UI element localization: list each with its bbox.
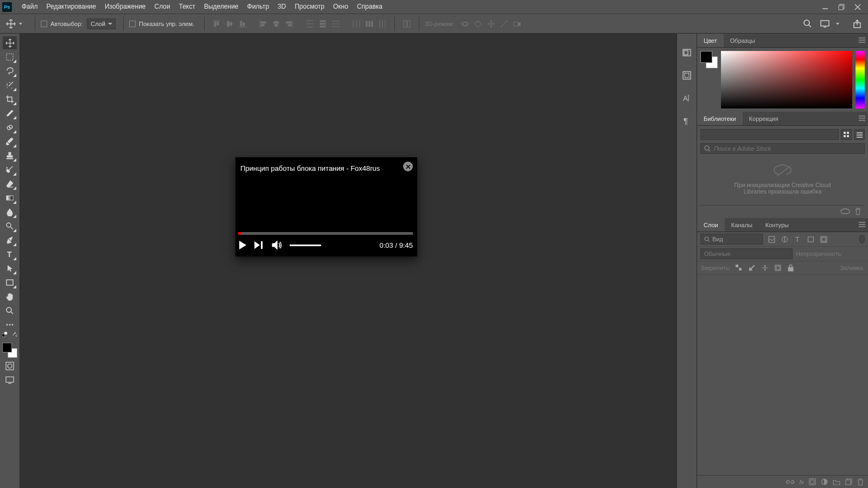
- type-tool[interactable]: T: [3, 248, 17, 261]
- filter-pixel-icon[interactable]: [766, 234, 777, 245]
- minimize-button[interactable]: [817, 0, 833, 14]
- screenmode-tool[interactable]: [3, 374, 17, 387]
- zoom-tool[interactable]: [3, 304, 17, 317]
- color-field[interactable]: [721, 51, 852, 108]
- auto-align-icon[interactable]: [401, 18, 413, 30]
- lasso-tool[interactable]: [3, 65, 17, 78]
- history-brush-tool[interactable]: [3, 163, 17, 176]
- dist-bottom-icon[interactable]: [330, 18, 342, 30]
- lib-trash-icon[interactable]: [854, 208, 861, 215]
- menu-filter[interactable]: Фильтр: [243, 0, 273, 14]
- menu-select[interactable]: Выделение: [200, 0, 243, 14]
- dist-top-icon[interactable]: [304, 18, 316, 30]
- menu-type[interactable]: Текст: [175, 0, 200, 14]
- menu-window[interactable]: Окно: [329, 0, 353, 14]
- tool-preset-chevron-icon[interactable]: [18, 22, 24, 26]
- tab-channels[interactable]: Каналы: [725, 218, 759, 232]
- color-swatches[interactable]: [2, 343, 17, 358]
- lib-search-input[interactable]: [714, 145, 861, 152]
- filter-smart-icon[interactable]: [818, 234, 829, 245]
- search-icon[interactable]: [801, 18, 813, 30]
- link-layers-icon[interactable]: [786, 479, 794, 485]
- lock-all-icon[interactable]: [786, 263, 796, 273]
- align-top-icon[interactable]: [210, 18, 222, 30]
- show-controls-checkbox[interactable]: [129, 21, 136, 27]
- hue-slider[interactable]: [856, 51, 865, 108]
- fg-bg-swatches[interactable]: [700, 51, 718, 108]
- move-tool[interactable]: [3, 36, 17, 49]
- delete-layer-icon[interactable]: [857, 478, 864, 486]
- lock-artboard-icon[interactable]: [773, 263, 783, 273]
- lib-cloud-icon[interactable]: [840, 208, 850, 215]
- tab-paths[interactable]: Контуры: [759, 218, 795, 232]
- mask-icon[interactable]: [809, 478, 816, 485]
- tab-color[interactable]: Цвет: [697, 34, 724, 47]
- character-panel-icon[interactable]: A: [680, 91, 694, 105]
- volume-icon[interactable]: [272, 240, 283, 250]
- screen-mode-chevron-icon[interactable]: [835, 22, 841, 26]
- video-seekbar[interactable]: [238, 232, 413, 235]
- brush-tool[interactable]: [3, 135, 17, 148]
- lock-pixels-icon[interactable]: [747, 263, 757, 273]
- filter-type-icon[interactable]: T: [792, 234, 803, 245]
- layers-panel-menu-icon[interactable]: [858, 221, 866, 228]
- next-icon[interactable]: [254, 241, 265, 249]
- lock-pos-icon[interactable]: [760, 263, 770, 273]
- stamp-tool[interactable]: [3, 149, 17, 162]
- lib-search[interactable]: [700, 143, 865, 154]
- play-icon[interactable]: [238, 240, 247, 250]
- volume-slider[interactable]: [290, 245, 321, 246]
- auto-select-checkbox[interactable]: [41, 21, 47, 27]
- 3d-pan-icon[interactable]: [485, 18, 497, 30]
- menu-layer[interactable]: Слои: [150, 0, 175, 14]
- pen-tool[interactable]: [3, 234, 17, 247]
- eraser-tool[interactable]: [3, 177, 17, 190]
- tab-swatches[interactable]: Образцы: [724, 34, 762, 47]
- align-vmid-icon[interactable]: [224, 18, 235, 30]
- menu-image[interactable]: Изображение: [100, 0, 150, 14]
- tab-libraries[interactable]: Библиотеки: [697, 112, 743, 125]
- 3d-slide-icon[interactable]: [498, 18, 510, 30]
- properties-panel-icon[interactable]: [680, 68, 694, 82]
- crop-tool[interactable]: [3, 93, 17, 106]
- tab-layers[interactable]: Слои: [697, 218, 725, 232]
- video-close-button[interactable]: [403, 162, 413, 171]
- tab-adjustments[interactable]: Коррекция: [743, 112, 785, 125]
- blend-mode-select[interactable]: Обычные: [700, 248, 793, 259]
- 3d-orbit-icon[interactable]: [459, 18, 471, 30]
- menu-view[interactable]: Просмотр: [290, 0, 329, 14]
- healing-tool[interactable]: [3, 121, 17, 134]
- new-layer-icon[interactable]: [845, 478, 852, 485]
- lock-trans-icon[interactable]: [734, 263, 744, 273]
- dist-hmid-icon[interactable]: [363, 18, 375, 30]
- lib-list-view-icon[interactable]: [854, 129, 865, 140]
- menu-3d[interactable]: 3D: [273, 0, 290, 14]
- group-icon[interactable]: [833, 479, 840, 485]
- shape-tool[interactable]: [3, 276, 17, 289]
- more-tools[interactable]: [3, 318, 17, 331]
- align-bottom-icon[interactable]: [237, 18, 248, 30]
- align-hmid-icon[interactable]: [270, 18, 282, 30]
- swap-default-colors[interactable]: [2, 332, 17, 338]
- lib-panel-menu-icon[interactable]: [858, 115, 866, 121]
- path-select-tool[interactable]: [3, 262, 17, 275]
- current-tool-icon[interactable]: [4, 17, 17, 30]
- dist-left-icon[interactable]: [350, 18, 362, 30]
- color-panel-menu-icon[interactable]: [858, 37, 866, 43]
- filter-adjust-icon[interactable]: [779, 234, 790, 245]
- align-left-icon[interactable]: [257, 18, 269, 30]
- lib-grid-view-icon[interactable]: [841, 129, 852, 140]
- restore-button[interactable]: [833, 0, 850, 14]
- hand-tool[interactable]: [3, 290, 17, 303]
- dist-vmid-icon[interactable]: [317, 18, 329, 30]
- share-icon[interactable]: [851, 18, 863, 30]
- paragraph-panel-icon[interactable]: ¶: [680, 114, 694, 128]
- marquee-tool[interactable]: [3, 50, 17, 63]
- layer-filter-kind[interactable]: Вид: [700, 234, 763, 245]
- dist-right-icon[interactable]: [376, 18, 388, 30]
- 3d-roll-icon[interactable]: [472, 18, 484, 30]
- menu-file[interactable]: Файл: [17, 0, 42, 14]
- library-select[interactable]: [700, 129, 839, 140]
- auto-select-target[interactable]: Слой: [87, 18, 116, 29]
- history-panel-icon[interactable]: [680, 46, 694, 60]
